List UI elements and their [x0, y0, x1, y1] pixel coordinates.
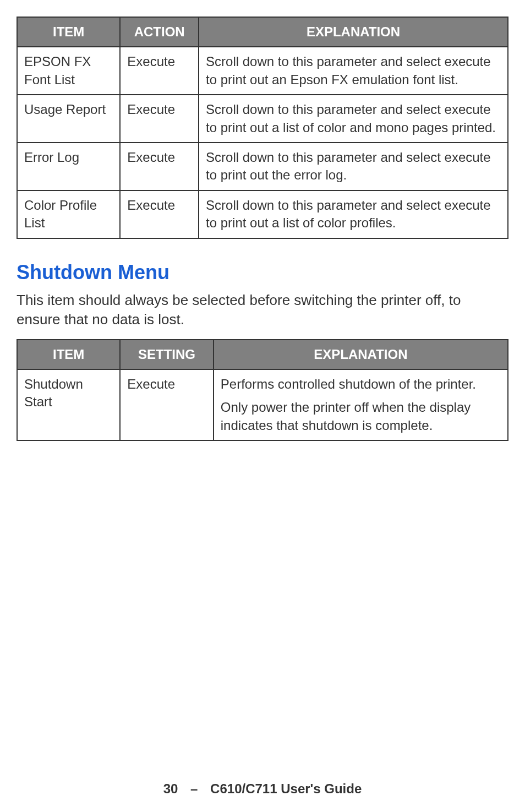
cell-explanation: Scroll down to this parameter and select…: [199, 95, 508, 143]
cell-setting: Execute: [120, 369, 213, 440]
section-heading-shutdown-menu: Shutdown Menu: [17, 261, 508, 284]
header-setting: SETTING: [120, 340, 213, 369]
parameters-table: ITEM ACTION EXPLANATION EPSON FX Font Li…: [17, 17, 508, 239]
cell-item: Shutdown Start: [17, 369, 120, 440]
cell-item: Error Log: [17, 143, 120, 190]
cell-item: Color Profile List: [17, 190, 120, 238]
footer-dash: –: [190, 781, 198, 796]
footer-title: C610/C711 User's Guide: [210, 781, 362, 796]
footer-page-number: 30: [163, 781, 178, 796]
cell-action: Execute: [120, 95, 199, 143]
table-header-row: ITEM ACTION EXPLANATION: [17, 17, 508, 47]
cell-action: Execute: [120, 143, 199, 190]
table-header-row: ITEM SETTING EXPLANATION: [17, 340, 508, 369]
cell-explanation-para: Performs controlled shutdown of the prin…: [221, 375, 501, 393]
table-row: Error Log Execute Scroll down to this pa…: [17, 143, 508, 190]
cell-action: Execute: [120, 190, 199, 238]
cell-explanation: Performs controlled shutdown of the prin…: [214, 369, 508, 440]
header-explanation: EXPLANATION: [214, 340, 508, 369]
shutdown-table: ITEM SETTING EXPLANATION Shutdown Start …: [17, 339, 508, 442]
header-action: ACTION: [120, 17, 199, 47]
cell-explanation-para: Only power the printer off when the disp…: [221, 399, 501, 434]
page-footer: 30 – C610/C711 User's Guide: [0, 781, 525, 797]
cell-explanation: Scroll down to this parameter and select…: [199, 47, 508, 95]
table-row: Shutdown Start Execute Performs controll…: [17, 369, 508, 440]
cell-explanation: Scroll down to this parameter and select…: [199, 190, 508, 238]
table-row: Color Profile List Execute Scroll down t…: [17, 190, 508, 238]
cell-explanation: Scroll down to this parameter and select…: [199, 143, 508, 190]
cell-item: EPSON FX Font List: [17, 47, 120, 95]
section-description: This item should always be selected befo…: [17, 291, 508, 329]
table-row: EPSON FX Font List Execute Scroll down t…: [17, 47, 508, 95]
header-item: ITEM: [17, 17, 120, 47]
cell-action: Execute: [120, 47, 199, 95]
header-explanation: EXPLANATION: [199, 17, 508, 47]
table-row: Usage Report Execute Scroll down to this…: [17, 95, 508, 143]
header-item: ITEM: [17, 340, 120, 369]
cell-item: Usage Report: [17, 95, 120, 143]
